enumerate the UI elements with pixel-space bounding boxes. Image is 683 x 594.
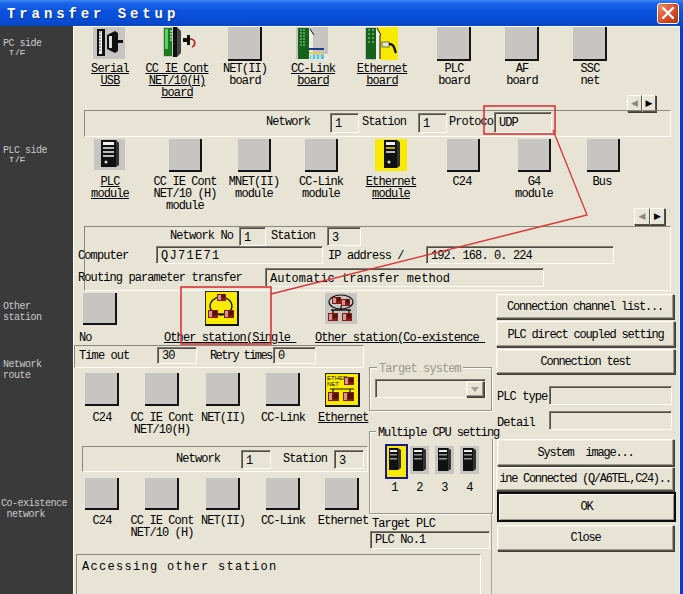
- svg-text:NET: NET: [327, 381, 339, 387]
